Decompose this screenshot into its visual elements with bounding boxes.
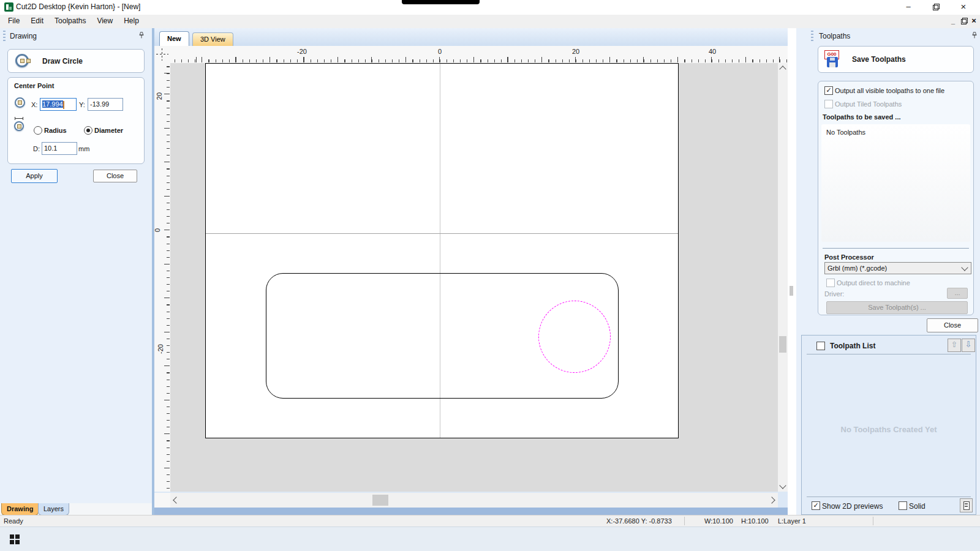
- status-width: W:10.100: [704, 517, 733, 525]
- post-processor-select[interactable]: Grbl (mm) (*.gcode): [824, 262, 971, 274]
- status-height: H:10.100: [741, 517, 769, 525]
- no-toolpaths-item: No Toolpaths: [826, 129, 865, 136]
- restore-button[interactable]: [925, 0, 946, 13]
- tab-3d-view[interactable]: 3D View: [192, 32, 233, 46]
- splitter-handle[interactable]: [790, 286, 793, 296]
- vertical-scroll-thumb[interactable]: [779, 336, 786, 353]
- tab-drawing[interactable]: Drawing: [1, 503, 39, 515]
- apply-button[interactable]: Apply: [11, 169, 58, 183]
- draw-circle-tool-button[interactable]: Draw Circle: [7, 49, 145, 73]
- menu-view[interactable]: View: [91, 15, 118, 27]
- status-divider: [873, 517, 873, 525]
- solid-checkbox[interactable]: [899, 501, 907, 510]
- pin-icon[interactable]: [970, 31, 979, 40]
- grip-handle-icon[interactable]: [3, 31, 6, 42]
- mdi-close-button[interactable]: ×: [969, 16, 979, 26]
- tab-layers[interactable]: Layers: [38, 503, 69, 515]
- vertical-ruler: 200-20: [154, 63, 171, 492]
- solid-label: Solid: [909, 502, 925, 511]
- move-down-icon: ⇩: [965, 340, 972, 349]
- toolpaths-panel: Toolpaths G00 Save Toolpaths Output all …: [796, 28, 980, 515]
- status-divider: [684, 517, 685, 525]
- screen: Cut2D Desktop {Kevin Harton} - [New] – ×…: [0, 0, 980, 551]
- ruler-origin-box: [154, 46, 171, 64]
- scroll-corner-box: [154, 493, 171, 508]
- drawing-panel-header: Drawing: [0, 28, 152, 44]
- menu-bar: FileEditToolpathsViewHelp _ ×: [0, 15, 980, 28]
- v-ruler-label: 20: [156, 92, 163, 100]
- minimize-button[interactable]: –: [898, 0, 919, 13]
- gcode-floppy-icon: G00: [824, 50, 843, 69]
- h-ruler-label: -20: [297, 48, 307, 55]
- move-down-button[interactable]: ⇩: [962, 339, 975, 352]
- mdi-restore-button[interactable]: [959, 16, 968, 26]
- save-toolpaths-button[interactable]: G00 Save Toolpaths: [818, 46, 974, 73]
- panel-splitter[interactable]: [788, 28, 796, 515]
- d-input[interactable]: 10.1: [42, 142, 77, 155]
- menu-help[interactable]: Help: [118, 15, 145, 27]
- move-up-button[interactable]: ⇧: [948, 339, 961, 352]
- menu-edit[interactable]: Edit: [25, 15, 49, 27]
- close-toolpaths-button[interactable]: Close: [927, 318, 978, 332]
- output-all-label: Output all visible toolpaths to one file: [835, 87, 944, 94]
- drawing-canvas[interactable]: [170, 63, 778, 492]
- h-ruler-label: 20: [572, 48, 579, 55]
- center-point-icon: [15, 97, 25, 108]
- section-divider: [807, 354, 971, 354]
- screen-notch: [402, 0, 480, 4]
- text-caret: [63, 101, 64, 109]
- radius-radio[interactable]: [34, 126, 42, 135]
- preview-list-icon: [963, 501, 970, 510]
- driver-label: Driver:: [824, 290, 844, 298]
- diameter-radio[interactable]: [84, 126, 92, 135]
- start-button[interactable]: [0, 527, 29, 551]
- post-processor-value: Grbl (mm) (*.gcode): [827, 264, 887, 272]
- scroll-left-icon[interactable]: [173, 497, 179, 503]
- no-toolpaths-message: No Toolpaths Created Yet: [802, 425, 976, 434]
- menu-file[interactable]: File: [2, 15, 25, 27]
- toolpath-list-title: Toolpath List: [830, 342, 875, 350]
- preview-list-button[interactable]: [960, 498, 973, 512]
- output-direct-checkbox[interactable]: [826, 279, 835, 287]
- document-tab-strip: New 3D View: [154, 28, 788, 47]
- horizontal-scrollbar[interactable]: [170, 493, 778, 508]
- pin-icon[interactable]: [137, 31, 146, 40]
- close-button[interactable]: ×: [953, 0, 974, 13]
- mdi-minimize-button[interactable]: _: [948, 16, 958, 26]
- selected-circle-shape[interactable]: [538, 301, 611, 373]
- horizontal-ruler: -2002040: [170, 46, 788, 64]
- d-label: D:: [33, 145, 40, 152]
- y-label: Y:: [79, 101, 85, 108]
- toolpaths-to-save-list[interactable]: No Toolpaths: [821, 124, 970, 242]
- title-bar: Cut2D Desktop {Kevin Harton} - [New] – ×: [0, 0, 980, 15]
- show-2d-previews-checkbox[interactable]: [812, 501, 820, 510]
- toolpath-list-checkbox[interactable]: [816, 342, 825, 350]
- scroll-right-icon[interactable]: [768, 497, 775, 503]
- scroll-up-icon[interactable]: [779, 66, 786, 72]
- menu-toolpaths[interactable]: Toolpaths: [49, 15, 91, 27]
- output-all-checkbox[interactable]: [824, 86, 833, 95]
- mdi-restore-icon: [961, 18, 967, 23]
- canvas-pane: New 3D View -2002040 200-20: [154, 28, 788, 515]
- window-title: Cut2D Desktop {Kevin Harton} - [New]: [16, 2, 140, 11]
- drawing-panel-title: Drawing: [10, 32, 37, 40]
- y-input[interactable]: -13.99: [88, 98, 123, 111]
- grip-handle-icon[interactable]: [811, 31, 813, 42]
- status-layer: L:Layer 1: [778, 517, 806, 525]
- output-tiled-checkbox[interactable]: [824, 100, 833, 108]
- v-ruler-label: 0: [154, 228, 161, 232]
- scroll-down-icon[interactable]: [779, 482, 786, 489]
- horizontal-scroll-thumb[interactable]: [372, 495, 388, 506]
- left-tab-strip: Drawing Layers: [0, 503, 152, 515]
- pane-bottom-border: [154, 508, 788, 515]
- v-ruler-label: -20: [157, 344, 164, 354]
- tab-new[interactable]: New: [159, 31, 189, 46]
- section-divider: [807, 497, 971, 497]
- x-input[interactable]: 17.994: [40, 98, 77, 111]
- save-toolpaths-file-button[interactable]: Save Toolpath(s) ...: [826, 301, 968, 314]
- drawing-panel: Drawing Draw Circle Center Point X: 17.9…: [0, 28, 152, 503]
- close-drawing-button[interactable]: Close: [93, 170, 137, 182]
- vertical-scrollbar[interactable]: [778, 63, 788, 492]
- driver-browse-button[interactable]: ...: [947, 288, 968, 299]
- save-toolpaths-label: Save Toolpaths: [852, 55, 906, 64]
